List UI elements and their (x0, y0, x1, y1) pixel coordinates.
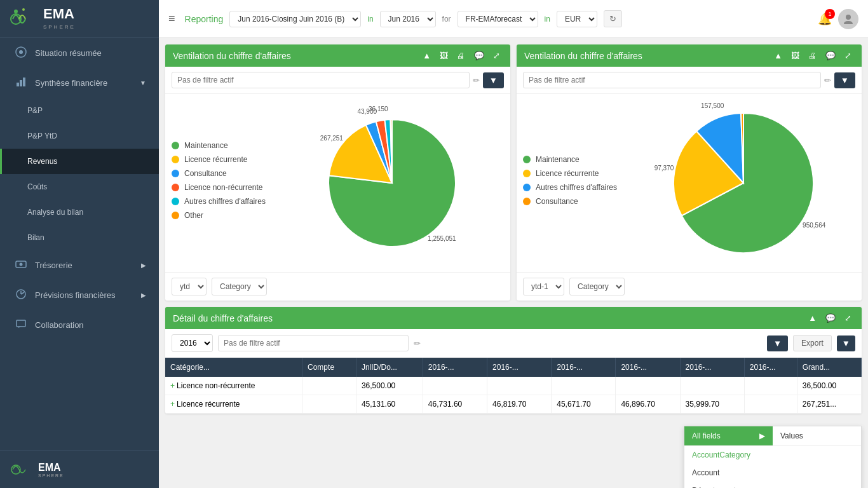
table-filter-btn[interactable]: ▼ (767, 336, 788, 351)
sidebar-item-situation[interactable]: Situation résumée (0, 38, 159, 68)
panel2-filter-input[interactable] (523, 72, 821, 88)
period-select[interactable]: Jun 2016-Closing Juin 2016 (B) (229, 11, 361, 27)
period2-select[interactable]: Jun 2016 (380, 11, 436, 27)
notification-button[interactable]: 🔔 1 (818, 12, 832, 26)
logo-subtext: SPHERE (43, 24, 76, 30)
export-button[interactable]: Export (793, 335, 832, 351)
user-avatar[interactable] (838, 9, 858, 29)
sidebar-item-analyse[interactable]: Analyse du bilan (0, 200, 159, 225)
menu-icon[interactable]: ≡ (168, 12, 175, 25)
panel1-edit-icon[interactable]: ✏ (473, 76, 480, 85)
table-column-header[interactable]: 2016-... (680, 358, 744, 377)
table-cell (616, 377, 680, 395)
sidebar-bottom: EMA SPHERE (0, 451, 159, 488)
table-column-header[interactable]: 2016-... (423, 358, 487, 377)
sidebar-label-collaboration: Collaboration (35, 320, 84, 330)
bottom-logo-icon (10, 458, 38, 482)
detail-comment-btn[interactable]: 💬 (823, 312, 838, 324)
sidebar-item-revenus[interactable]: Revenus (0, 149, 159, 174)
panel1-expand-btn[interactable]: ⤢ (491, 50, 503, 62)
detail-panel: Détail du chiffre d'affaires ▲ 💬 ⤢ 2016 … (165, 307, 862, 414)
table-row: +Licence récurrente45,131.6046,731.6046,… (165, 395, 862, 414)
panel2-title: Ventilation du chiffre d'affaires (524, 51, 642, 61)
table-column-header[interactable]: 2016-... (744, 358, 797, 377)
sidebar-label-couts: Coûts (27, 182, 47, 191)
panel1-category-select[interactable]: Category (212, 278, 267, 295)
panel1-filter-btn[interactable]: ▼ (483, 72, 504, 88)
panel1-period-select[interactable]: ytd (172, 278, 207, 295)
panel2-edit-icon[interactable]: ✏ (824, 76, 831, 85)
table-cell (744, 377, 797, 395)
reporting-label[interactable]: Reporting (185, 14, 224, 24)
panel1-comment-btn[interactable]: 💬 (471, 50, 487, 62)
panel2-category-select[interactable]: Category (569, 278, 625, 295)
table-cell: 46,896.70 (616, 395, 680, 414)
table-column-header[interactable]: 2016-... (616, 358, 680, 377)
table-column-header[interactable]: 2016-... (487, 358, 552, 377)
panel1-filter-input[interactable] (172, 72, 470, 88)
panel1-collapse-btn[interactable]: ▲ (420, 50, 433, 62)
panel1-header: Ventilation du chiffre d'affaires ▲ 🖼 🖨 … (165, 44, 510, 67)
sidebar-item-bilan[interactable]: Bilan (0, 225, 159, 250)
row-expand-btn[interactable]: + (170, 400, 175, 409)
dropdown-item-account[interactable]: Account (684, 464, 861, 482)
sidebar-item-tresorerie[interactable]: Trésorerie ▶ (0, 250, 159, 280)
panel1-export-img-btn[interactable]: 🖼 (437, 50, 451, 62)
sidebar-item-ppytd[interactable]: P&P YtD (0, 123, 159, 149)
synthese-arrow: ▼ (140, 79, 146, 86)
entity-select[interactable]: FR-EMAforecast (458, 11, 538, 27)
legend-item: Consultance (523, 197, 625, 206)
table-column-header[interactable]: 2016-... (552, 358, 616, 377)
row-expand-btn[interactable]: + (170, 381, 175, 390)
panel2-comment-btn[interactable]: 💬 (823, 50, 838, 62)
legend-item: Maintenance (523, 155, 625, 164)
logo-text-block: EMA SPHERE (43, 7, 76, 30)
sidebar-label-previsions: Prévisions financières (35, 290, 115, 300)
table-column-header[interactable]: Catégorie... (165, 358, 302, 377)
all-fields-label[interactable]: All fields ▶ (684, 426, 773, 445)
dropdown-item-departement[interactable]: Département (684, 482, 861, 488)
table-column-header[interactable]: Compte (302, 358, 356, 377)
svg-point-9 (20, 263, 23, 266)
sidebar-item-collaboration[interactable]: Collaboration (0, 310, 159, 340)
table-container: Catégorie...CompteJnlID/Do...2016-...201… (165, 358, 862, 414)
sidebar-item-couts[interactable]: Coûts (0, 174, 159, 200)
dropdown-item-account-category[interactable]: AccountCategory (684, 446, 861, 464)
svg-rect-7 (23, 78, 25, 86)
ema-logo-icon (10, 6, 38, 32)
table-edit-icon[interactable]: ✏ (414, 339, 421, 348)
chart-panel-2: Ventilation du chiffre d'affaires ▲ 🖼 🖨 … (517, 44, 862, 301)
sidebar-label-synthese: Synthèse financière (35, 78, 107, 88)
panel2-header: Ventilation du chiffre d'affaires ▲ 🖼 🖨 … (517, 44, 862, 67)
panel2-collapse-btn[interactable]: ▲ (771, 50, 785, 62)
panel1-print-btn[interactable]: 🖨 (454, 50, 468, 62)
year-select[interactable]: 2016 (172, 334, 213, 352)
detail-expand-btn[interactable]: ⤢ (842, 312, 854, 324)
legend-item: Autres chiffres d'affaires (172, 197, 273, 206)
collaboration-icon (15, 318, 27, 332)
sidebar-nav: Situation résumée Synthèse financière ▼ … (0, 38, 159, 451)
legend-item: Licence récurrente (172, 155, 273, 164)
panel2-export-img-btn[interactable]: 🖼 (789, 50, 802, 62)
sidebar-item-pp[interactable]: P&P (0, 98, 159, 123)
currency-select[interactable]: EUR (557, 11, 597, 27)
panel2-period-select[interactable]: ytd-1 (523, 278, 564, 295)
table-cell (487, 377, 552, 395)
export-arrow-button[interactable]: ▼ (837, 336, 855, 351)
detail-collapse-btn[interactable]: ▲ (806, 312, 819, 324)
table-cell: 46,731.60 (423, 395, 487, 414)
table-column-header[interactable]: Grand... (797, 358, 861, 377)
sidebar-item-synthese[interactable]: Synthèse financière ▼ (0, 68, 159, 98)
main: ≡ Reporting Jun 2016-Closing Juin 2016 (… (159, 0, 868, 488)
panel1-pie-svg: 1,255,051267,25143,90036,150 (309, 100, 475, 266)
table-filter-input[interactable] (218, 335, 409, 351)
panel2-print-btn[interactable]: 🖨 (806, 50, 819, 62)
sidebar-item-previsions[interactable]: Prévisions financières ▶ (0, 280, 159, 310)
table-cell: 35,999.70 (680, 395, 744, 414)
legend-item: Other (172, 211, 273, 220)
refresh-button[interactable]: ↻ (604, 10, 622, 27)
panel2-expand-btn[interactable]: ⤢ (842, 50, 854, 62)
panel2-filter-btn[interactable]: ▼ (834, 72, 855, 88)
table-column-header[interactable]: JnlID/Do... (356, 358, 423, 377)
synthese-icon (15, 76, 27, 90)
